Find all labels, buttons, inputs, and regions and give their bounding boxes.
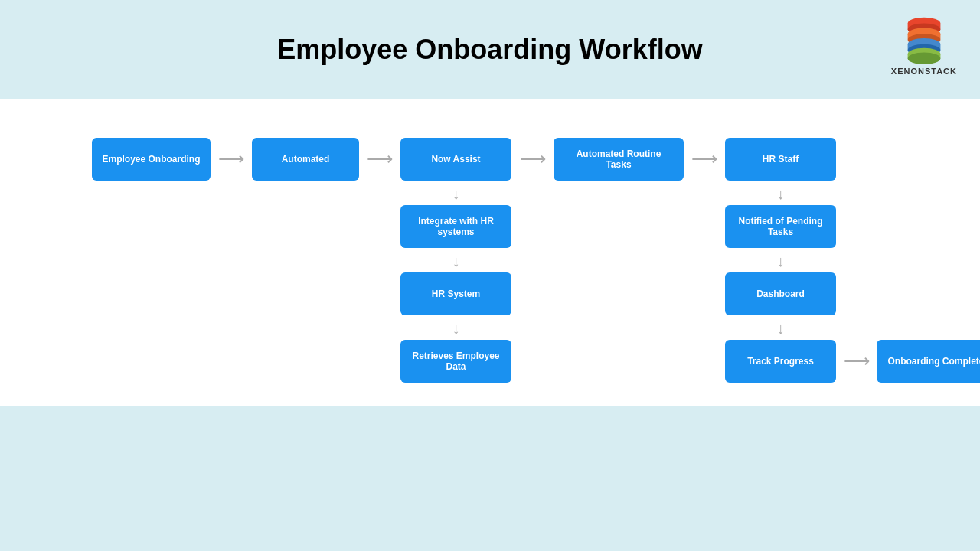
node-onboarding-complete: Onboarding Complete	[877, 340, 980, 383]
header: Employee Onboarding Workflow XENONSTACK	[0, 0, 980, 99]
node-integrate-hr: Integrate with HR systems	[400, 205, 511, 248]
node-track-progress: Track Progress	[725, 340, 836, 383]
logo-text: XENONSTACK	[891, 67, 957, 76]
logo: XENONSTACK	[891, 11, 957, 76]
node-employee-onboarding: Employee Onboarding	[92, 138, 211, 181]
workflow-diagram: Employee Onboarding ⟶ Automated ⟶ Now As…	[50, 122, 930, 383]
node-now-assist: Now Assist	[400, 138, 511, 181]
arrow-3: ⟶	[514, 138, 552, 181]
logo-icon	[901, 11, 947, 65]
node-hr-system: HR System	[400, 272, 511, 315]
main-content: Employee Onboarding ⟶ Automated ⟶ Now As…	[0, 99, 980, 406]
arrow-down-3: ↓	[400, 317, 511, 340]
arrow-down-5: ↓	[725, 249, 836, 272]
node-retrieves-data: Retrieves Employee Data	[400, 340, 511, 383]
arrow-down-4: ↓	[725, 182, 836, 205]
arrow-5: ⟶	[838, 340, 875, 383]
node-automated-routine: Automated Routine Tasks	[554, 138, 684, 181]
arrow-1: ⟶	[212, 138, 250, 181]
svg-point-11	[908, 52, 941, 64]
arrow-down-1: ↓	[400, 182, 511, 205]
node-dashboard: Dashboard	[725, 272, 836, 315]
arrow-down-2: ↓	[400, 249, 511, 272]
arrow-4: ⟶	[685, 138, 724, 181]
arrow-2: ⟶	[361, 138, 399, 181]
node-hr-staff: HR Staff	[725, 138, 836, 181]
page-title: Employee Onboarding Workflow	[277, 34, 702, 66]
node-notified-pending: Notified of Pending Tasks	[725, 205, 836, 248]
node-automated: Automated	[252, 138, 359, 181]
arrow-down-6: ↓	[725, 317, 836, 340]
footer	[0, 406, 980, 551]
